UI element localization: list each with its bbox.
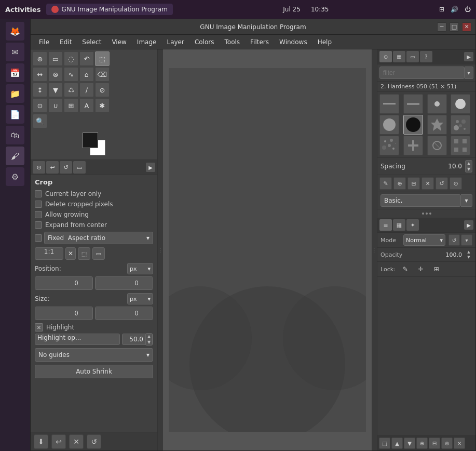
mode-extra-2[interactable]: ▾ bbox=[461, 234, 472, 246]
tool-blend[interactable]: ↕ bbox=[33, 83, 47, 97]
volume-icon[interactable]: 🔊 bbox=[451, 6, 458, 13]
lock-position[interactable]: ✛ bbox=[415, 263, 427, 275]
ratio-swap-landscape[interactable]: ▭ bbox=[92, 247, 105, 260]
lock-alpha[interactable]: ⊞ bbox=[431, 263, 442, 275]
dock-document[interactable]: 📄 bbox=[6, 105, 24, 124]
tool-smudge[interactable]: ⊞ bbox=[64, 98, 78, 113]
dock-software[interactable]: 🛍 bbox=[6, 126, 24, 144]
tool-eraser[interactable]: ⌫ bbox=[95, 67, 110, 82]
menu-view[interactable]: View bbox=[107, 36, 130, 48]
size-h[interactable] bbox=[96, 307, 153, 320]
foreground-color[interactable] bbox=[83, 132, 98, 148]
power-icon[interactable]: ⏻ bbox=[465, 6, 471, 13]
tool-text[interactable]: A bbox=[79, 98, 94, 113]
opacity-down[interactable]: ▼ bbox=[465, 255, 472, 260]
tab-paths[interactable]: ✦ bbox=[406, 219, 419, 231]
menu-windows[interactable]: Windows bbox=[275, 36, 311, 48]
mode-extra-1[interactable]: ↺ bbox=[448, 234, 460, 246]
position-unit[interactable]: px ▾ bbox=[127, 263, 153, 274]
tool-flip[interactable]: ⊗ bbox=[48, 67, 63, 82]
brush-tab-brushes[interactable]: ⊙ bbox=[379, 51, 392, 62]
dock-settings[interactable]: ⚙ bbox=[6, 167, 24, 186]
brush-view[interactable]: ⊙ bbox=[450, 177, 462, 190]
bottom-reset[interactable]: ↺ bbox=[87, 434, 101, 449]
bottom-cancel[interactable]: ✕ bbox=[69, 434, 84, 449]
menu-select[interactable]: Select bbox=[78, 36, 105, 48]
brush-cell-3[interactable] bbox=[427, 94, 447, 114]
layer-btn-6[interactable]: ⊗ bbox=[441, 437, 453, 449]
lock-pixels[interactable]: ✎ bbox=[400, 263, 411, 275]
brush-cell-8[interactable] bbox=[451, 115, 470, 135]
maximize-button[interactable]: □ bbox=[450, 22, 459, 32]
position-x[interactable] bbox=[35, 277, 93, 289]
tool-move[interactable]: ⊕ bbox=[33, 51, 47, 66]
brush-edit[interactable]: ✎ bbox=[379, 177, 392, 190]
highlight-op-input[interactable]: Highlight op... bbox=[35, 334, 120, 345]
dock-gimp[interactable]: 🖌 bbox=[6, 147, 24, 165]
layer-btn-3[interactable]: ▼ bbox=[404, 437, 415, 449]
highlight-op-up[interactable]: ▲ bbox=[145, 333, 153, 339]
brushes-help[interactable]: ? bbox=[420, 51, 432, 62]
activities-button[interactable]: Activities bbox=[5, 6, 41, 14]
filter-input[interactable] bbox=[379, 67, 465, 79]
minimize-button[interactable]: ─ bbox=[437, 22, 446, 32]
brushes-expand[interactable]: ▶ bbox=[464, 52, 473, 61]
brush-cell-11[interactable] bbox=[427, 136, 447, 155]
guides-dropdown[interactable]: No guides ▾ bbox=[35, 348, 153, 362]
three-dots[interactable] bbox=[377, 209, 475, 218]
menu-tools[interactable]: Tools bbox=[221, 36, 244, 48]
layer-btn-7[interactable]: ✕ bbox=[454, 437, 465, 449]
menu-colors[interactable]: Colors bbox=[191, 36, 219, 48]
highlight-op-down[interactable]: ▼ bbox=[145, 339, 153, 346]
brush-cell-12[interactable] bbox=[451, 136, 470, 155]
tool-brush[interactable]: ♺ bbox=[64, 83, 78, 97]
brush-tab-gradients[interactable]: ▭ bbox=[406, 51, 419, 62]
tool-pencil[interactable]: ▼ bbox=[48, 83, 63, 97]
tab-redo[interactable]: ↺ bbox=[60, 161, 72, 174]
tool-heal[interactable]: ∪ bbox=[48, 98, 63, 113]
layer-btn-5[interactable]: ⊟ bbox=[429, 437, 440, 449]
bottom-save[interactable]: ⬇ bbox=[34, 434, 48, 449]
layer-btn-1[interactable]: ⬚ bbox=[379, 437, 390, 449]
brush-copy[interactable]: ⊟ bbox=[407, 177, 420, 190]
spacing-down[interactable]: ▼ bbox=[465, 166, 472, 173]
opacity-up[interactable]: ▲ bbox=[465, 249, 472, 255]
network-icon[interactable]: ⊞ bbox=[439, 6, 444, 13]
dock-files[interactable]: 📁 bbox=[6, 84, 24, 103]
brush-cell-5[interactable] bbox=[379, 115, 399, 135]
tool-options-expand[interactable]: ▶ bbox=[146, 163, 155, 172]
menu-help[interactable]: Help bbox=[314, 36, 336, 48]
tool-clone[interactable]: ⊙ bbox=[33, 98, 47, 113]
vertical-divider[interactable]: ⋮ bbox=[158, 49, 163, 450]
ratio-input[interactable]: 1:1 bbox=[35, 247, 63, 260]
brush-delete[interactable]: ✕ bbox=[421, 177, 434, 190]
checkbox-allow-growing[interactable] bbox=[35, 211, 42, 218]
spacing-up[interactable]: ▲ bbox=[465, 160, 472, 166]
layer-btn-2[interactable]: ▲ bbox=[391, 437, 403, 449]
menu-filters[interactable]: Filters bbox=[246, 36, 273, 48]
tool-bucket[interactable]: ⌂ bbox=[79, 67, 94, 82]
tab-canvas[interactable]: ▭ bbox=[73, 161, 86, 174]
checkbox-current-layer[interactable] bbox=[35, 190, 42, 197]
mode-dropdown[interactable]: Normal ▾ bbox=[403, 234, 445, 246]
taskbar-app[interactable]: GNU Image Manipulation Program bbox=[46, 4, 173, 15]
position-y[interactable] bbox=[96, 277, 153, 289]
dock-calendar[interactable]: 📅 bbox=[6, 63, 24, 82]
ratio-clear[interactable]: ✕ bbox=[65, 247, 76, 260]
tool-warp[interactable]: ∿ bbox=[64, 67, 78, 82]
ratio-swap-portrait[interactable]: ⬚ bbox=[78, 247, 90, 260]
tool-lasso[interactable]: ◌ bbox=[64, 51, 78, 66]
tool-color-picker[interactable]: ✱ bbox=[95, 98, 110, 113]
aspect-dropdown[interactable]: Fixed Aspect ratio ▾ bbox=[44, 232, 153, 244]
tool-transform[interactable]: ↔ bbox=[33, 67, 47, 82]
tab-undo[interactable]: ↩ bbox=[46, 161, 59, 174]
tool-fuzzy-select[interactable]: ↶ bbox=[79, 51, 94, 66]
tab-channels[interactable]: ▦ bbox=[393, 219, 405, 231]
bottom-undo[interactable]: ↩ bbox=[51, 434, 66, 449]
close-button[interactable]: ✕ bbox=[462, 22, 471, 32]
menu-image[interactable]: Image bbox=[133, 36, 161, 48]
layer-btn-4[interactable]: ⊕ bbox=[416, 437, 428, 449]
tool-airbrush[interactable]: ∕ bbox=[79, 83, 94, 97]
dock-mail[interactable]: ✉ bbox=[6, 43, 24, 61]
tool-ink[interactable]: ⊘ bbox=[95, 83, 110, 97]
